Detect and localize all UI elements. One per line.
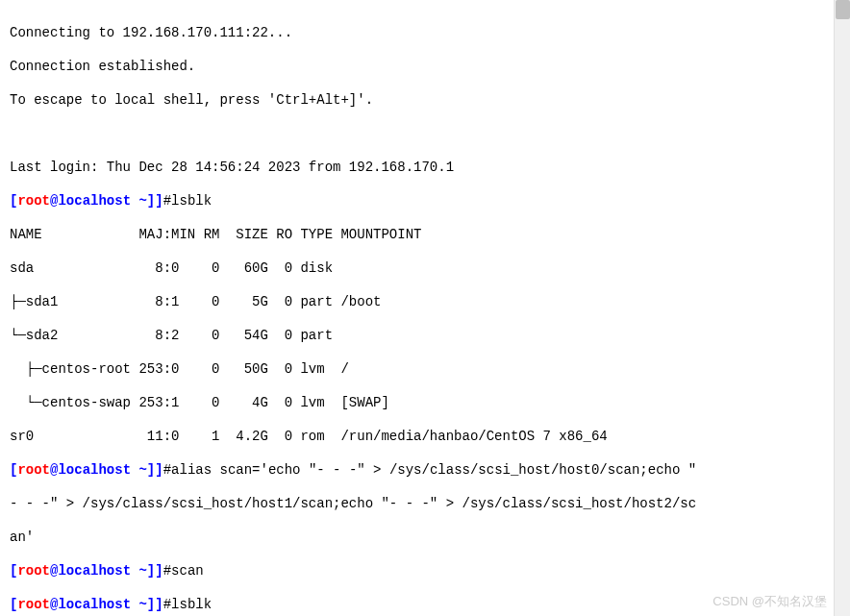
lsblk1-sr0: sr0 11:0 1 4.2G 0 rom /run/media/hanbao/… — [10, 429, 819, 446]
blank-line — [10, 126, 819, 143]
cmd-lsblk-2: lsblk — [171, 597, 212, 612]
cmd-alias: alias scan='echo "- - -" > /sys/class/sc… — [171, 462, 696, 478]
cmd-alias-cont2: an' — [10, 530, 819, 547]
scrollbar-thumb[interactable] — [836, 0, 850, 19]
connect-line: Connecting to 192.168.170.111:22... — [10, 25, 819, 42]
cmd-lsblk-1: lsblk — [171, 193, 212, 209]
prompt-line-2: [root@localhost ~]]#alias scan='echo "- … — [10, 462, 819, 480]
terminal-output[interactable]: Connecting to 192.168.170.111:22... Conn… — [0, 0, 829, 616]
lastlogin-line: Last login: Thu Dec 28 14:56:24 2023 fro… — [10, 160, 819, 177]
established-line: Connection established. — [10, 59, 819, 76]
escape-line: To escape to local shell, press 'Ctrl+Al… — [10, 92, 819, 110]
prompt-line-3: [root@localhost ~]]#scan — [10, 563, 819, 580]
lsblk1-sda2: └─sda2 8:2 0 54G 0 part — [10, 328, 819, 345]
watermark: CSDN @不知名汉堡 — [712, 593, 827, 610]
lsblk1-sda: sda 8:0 0 60G 0 disk — [10, 260, 819, 278]
prompt-line-1: [root@localhost ~]]#lsblk — [10, 193, 819, 210]
scrollbar-vertical[interactable] — [834, 0, 850, 616]
lsblk1-header: NAME MAJ:MIN RM SIZE RO TYPE MOUNTPOINT — [10, 227, 819, 244]
cmd-scan: scan — [171, 563, 204, 579]
cmd-alias-cont1: - - -" > /sys/class/scsi_host/host1/scan… — [10, 496, 819, 513]
prompt-line-4: [root@localhost ~]]#lsblk — [10, 597, 819, 614]
lsblk1-centos-swap: └─centos-swap 253:1 0 4G 0 lvm [SWAP] — [10, 395, 819, 412]
lsblk1-centos-root: ├─centos-root 253:0 0 50G 0 lvm / — [10, 361, 819, 379]
lsblk1-sda1: ├─sda1 8:1 0 5G 0 part /boot — [10, 294, 819, 311]
